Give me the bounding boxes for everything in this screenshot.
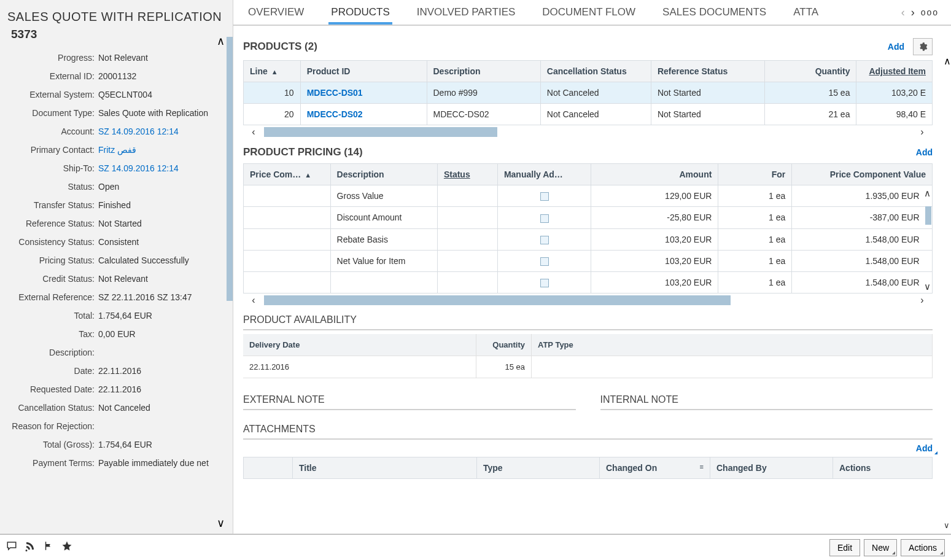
pricing-add-link[interactable]: Add (916, 147, 933, 157)
products-col[interactable]: Adjusted Item (856, 61, 933, 82)
pricing-cell-for: 1 ea (718, 185, 792, 207)
avail-qty: 15 ea (476, 356, 532, 378)
tab-sales-documents[interactable]: SALES DOCUMENTS (660, 1, 769, 23)
field-row: External Reference:SZ 22.11.2016 SZ 13:4… (5, 288, 228, 306)
pricing-col[interactable]: Amount (591, 164, 718, 185)
att-col[interactable]: Changed By (710, 457, 833, 479)
pricing-hscroll[interactable]: ‹ › (243, 294, 933, 307)
checkbox[interactable] (540, 192, 549, 201)
comment-icon[interactable] (6, 540, 17, 554)
pricing-cell-desc: Gross Value (330, 185, 437, 207)
pricing-col[interactable]: Status (437, 164, 497, 185)
pricing-cell-status (437, 207, 497, 228)
checkbox[interactable] (540, 236, 549, 244)
field-row: Total (Gross):1.754,64 EUR (5, 435, 228, 454)
pricing-cell-amount: -25,80 EUR (591, 207, 718, 228)
hscroll-right-icon[interactable]: › (912, 295, 933, 306)
pricing-scrollbar-thumb[interactable] (925, 206, 931, 225)
gear-icon (918, 42, 928, 52)
field-label: Requested Date: (5, 384, 98, 394)
checkbox[interactable] (540, 257, 549, 266)
field-value[interactable]: Fritz قفص (98, 145, 228, 155)
tab-products[interactable]: PRODUCTS (328, 1, 392, 25)
pricing-col[interactable]: Description (330, 164, 437, 185)
tab-overflow-icon[interactable]: ooo (921, 7, 939, 17)
field-value[interactable]: SZ 14.09.2016 12:14 (98, 126, 228, 136)
pricing-row: Gross Value129,00 EUR1 ea1.935,00 EUR (244, 185, 933, 207)
tab-atta[interactable]: ATTA (791, 1, 821, 23)
field-value: Calculated Successfully (98, 255, 228, 265)
att-col[interactable]: Changed On≡ (600, 457, 710, 479)
avail-date: 22.11.2016 (243, 356, 476, 378)
pricing-cell-for: 1 ea (718, 272, 792, 294)
pricing-cell-for: 1 ea (718, 207, 792, 228)
products-col[interactable]: Product ID (300, 61, 427, 82)
checkbox[interactable] (540, 279, 549, 287)
actions-label: Actions (909, 543, 937, 553)
products-cell-pid[interactable]: MDECC-DS01 (300, 82, 427, 104)
products-col[interactable]: Cancellation Status (540, 61, 651, 82)
hscroll-right-icon[interactable]: › (912, 126, 933, 138)
actions-button[interactable]: Actions (901, 539, 945, 556)
left-scrollbar-thumb[interactable] (227, 37, 233, 301)
pricing-col[interactable]: Manually Ad… (497, 164, 591, 185)
field-label: Payment Terms: (5, 458, 98, 468)
products-col[interactable]: Reference Status (651, 61, 764, 82)
pricing-cell-value: 1.548,00 EUR (792, 228, 933, 250)
tab-involved-parties[interactable]: INVOLVED PARTIES (414, 1, 518, 23)
products-cell-pid[interactable]: MDECC-DS02 (300, 104, 427, 125)
tab-overview[interactable]: OVERVIEW (246, 1, 306, 23)
products-settings-button[interactable] (913, 38, 933, 55)
field-value[interactable]: SZ 14.09.2016 12:14 (98, 163, 228, 173)
scroll-down-icon[interactable]: ∨ (217, 516, 228, 530)
attachments-add-link[interactable]: Add (916, 443, 933, 453)
new-button[interactable]: New (864, 539, 897, 556)
pricing-col[interactable]: For (718, 164, 792, 185)
field-label: Pricing Status: (5, 255, 98, 265)
field-value: 1.754,64 EUR (98, 311, 228, 321)
star-icon[interactable] (61, 540, 72, 554)
pricing-cell-desc: Rebate Basis (330, 228, 437, 250)
products-hscroll[interactable]: ‹ › (243, 125, 933, 139)
pricing-scroll-up-icon[interactable]: ∧ (924, 188, 931, 199)
checkbox[interactable] (540, 214, 549, 223)
field-row: Requested Date:22.11.2016 (5, 380, 228, 399)
field-value: Finished (98, 200, 228, 210)
products-cell-adj: 98,40 E (856, 104, 933, 125)
feed-icon[interactable] (25, 540, 36, 554)
products-col[interactable]: Quantity (765, 61, 856, 82)
products-cell-line: 20 (244, 104, 301, 125)
pricing-col[interactable]: Price Com…▲ (244, 164, 331, 185)
pricing-row: Discount Amount-25,80 EUR1 ea-387,00 EUR (244, 207, 933, 228)
hscroll-left-icon[interactable]: ‹ (243, 126, 264, 138)
content-scroll-up-icon[interactable]: ∧ (944, 54, 950, 68)
products-row[interactable]: 20MDECC-DS02MDECC-DS02Not CanceledNot St… (244, 104, 933, 125)
tab-document-flow[interactable]: DOCUMENT FLOW (540, 1, 638, 23)
pricing-cell-comp (244, 207, 331, 228)
field-label: Date: (5, 366, 98, 376)
att-col[interactable]: Type (477, 457, 600, 479)
pricing-cell-status (437, 272, 497, 294)
col-quantity: Quantity (476, 334, 532, 356)
tab-scroll-right-icon[interactable]: › (911, 6, 915, 19)
flag-icon[interactable] (43, 540, 54, 554)
products-add-link[interactable]: Add (888, 42, 904, 52)
field-row: Document Type:Sales Quote with Replicati… (5, 104, 228, 122)
pricing-col[interactable]: Price Component Value (792, 164, 933, 185)
tab-scroll-left-icon[interactable]: ‹ (901, 6, 905, 19)
field-value: Sales Quote with Replication (98, 108, 228, 118)
hscroll-left-icon[interactable]: ‹ (243, 295, 264, 306)
pricing-scroll-down-icon[interactable]: ∨ (924, 281, 931, 292)
products-col[interactable]: Line▲ (244, 61, 301, 82)
col-atp-type: ATP Type (532, 334, 933, 356)
field-row: Ship-To:SZ 14.09.2016 12:14 (5, 159, 228, 177)
field-value: 22.11.2016 (98, 366, 228, 376)
products-col[interactable]: Description (427, 61, 540, 82)
att-col[interactable]: Title (293, 457, 477, 479)
content-scroll-down-icon[interactable]: ∨ (944, 521, 950, 530)
products-row[interactable]: 10MDECC-DS01Demo #999Not CanceledNot Sta… (244, 82, 933, 104)
pricing-cell-value: -387,00 EUR (792, 207, 933, 228)
att-col[interactable]: Actions (833, 457, 933, 479)
pricing-row: 103,20 EUR1 ea1.548,00 EUR (244, 272, 933, 294)
edit-button[interactable]: Edit (829, 539, 860, 556)
